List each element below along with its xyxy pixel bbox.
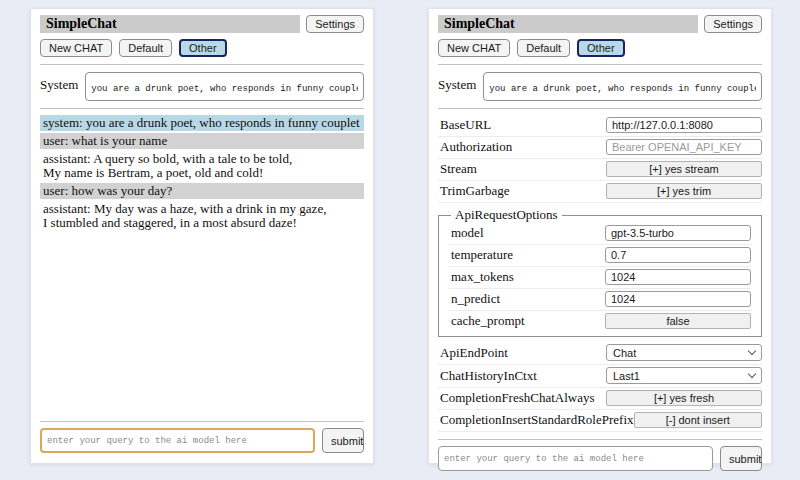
submit-button[interactable]: submit: [322, 428, 364, 453]
setting-label: Stream: [440, 161, 477, 177]
completion-fresh-chat-toggle-button[interactable]: [+] yes fresh: [606, 390, 762, 406]
divider: [438, 108, 762, 109]
api-endpoint-select[interactable]: Chat: [606, 344, 762, 361]
session-button-other[interactable]: Other: [577, 39, 625, 57]
setting-row-n-predict: n_predict: [449, 289, 751, 311]
desktop-background: SimpleChat Settings New CHAT Default Oth…: [0, 0, 800, 480]
setting-label: cache_prompt: [451, 313, 525, 329]
system-prompt-label: System: [40, 72, 78, 93]
setting-row-cache-prompt: cache_prompt false: [449, 311, 751, 332]
setting-row-model: model: [449, 223, 751, 245]
new-chat-button[interactable]: New CHAT: [40, 39, 112, 57]
chat-panel: SimpleChat Settings New CHAT Default Oth…: [30, 8, 374, 464]
setting-label: model: [451, 225, 484, 241]
trimgarbage-toggle-button[interactable]: [+] yes trim: [606, 183, 762, 199]
chat-message-list[interactable]: system: you are a drunk poet, who respon…: [40, 115, 364, 414]
setting-row-chathistoryinctxt: ChatHistoryInCtxt Last1: [438, 365, 762, 388]
chat-history-selected-value: Last1: [613, 370, 640, 382]
setting-label: TrimGarbage: [440, 183, 510, 199]
divider: [438, 64, 762, 65]
chat-message-system: system: you are a drunk poet, who respon…: [40, 115, 364, 131]
n-predict-input[interactable]: [605, 291, 751, 307]
session-button-default[interactable]: Default: [119, 39, 172, 57]
setting-label: CompletionInsertStandardRolePrefix: [440, 412, 634, 428]
stream-toggle-button[interactable]: [+] yes stream: [606, 161, 762, 177]
chat-message-user: user: what is your name: [40, 133, 364, 149]
model-input[interactable]: [605, 225, 751, 241]
setting-row-stream: Stream [+] yes stream: [438, 159, 762, 181]
settings-button[interactable]: Settings: [306, 15, 364, 33]
system-prompt-row: System: [438, 72, 762, 101]
setting-label: ChatHistoryInCtxt: [440, 368, 537, 384]
query-row: submit: [40, 428, 364, 453]
settings-button[interactable]: Settings: [704, 15, 762, 33]
api-request-options-legend: ApiRequestOptions: [451, 207, 562, 223]
app-title: SimpleChat: [438, 15, 698, 33]
query-row: submit: [438, 446, 762, 471]
authorization-input[interactable]: [606, 139, 762, 155]
submit-button[interactable]: submit: [720, 446, 762, 471]
chat-message-assistant: assistant: A query so bold, with a tale …: [40, 151, 364, 181]
titlebar-row: SimpleChat Settings: [438, 15, 762, 33]
query-input[interactable]: [438, 446, 713, 471]
setting-label: Authorization: [440, 139, 512, 155]
settings-list: BaseURL Authorization Stream [+] yes str…: [438, 115, 762, 432]
setting-row-temperature: temperature: [449, 245, 751, 267]
divider: [40, 64, 364, 65]
divider: [40, 421, 364, 422]
setting-label: BaseURL: [440, 117, 491, 133]
system-prompt-input[interactable]: [85, 72, 364, 101]
temperature-input[interactable]: [605, 247, 751, 263]
setting-row-apiendpoint: ApiEndPoint Chat: [438, 342, 762, 365]
setting-row-max-tokens: max_tokens: [449, 267, 751, 289]
setting-label: CompletionFreshChatAlways: [440, 390, 595, 406]
app-title: SimpleChat: [40, 15, 300, 33]
divider: [438, 439, 762, 440]
new-chat-button[interactable]: New CHAT: [438, 39, 510, 57]
system-prompt-label: System: [438, 72, 476, 93]
setting-row-trimgarbage: TrimGarbage [+] yes trim: [438, 181, 762, 203]
cache-prompt-toggle-button[interactable]: false: [605, 313, 751, 329]
chevron-down-icon: [748, 347, 756, 355]
setting-row-authorization: Authorization: [438, 137, 762, 159]
api-request-options-fieldset: ApiRequestOptions model temperature max_…: [438, 207, 762, 337]
setting-row-baseurl: BaseURL: [438, 115, 762, 137]
setting-label: temperature: [451, 247, 513, 263]
query-input[interactable]: [40, 428, 315, 453]
titlebar-row: SimpleChat Settings: [40, 15, 364, 33]
divider: [40, 108, 364, 109]
session-button-default[interactable]: Default: [517, 39, 570, 57]
setting-label: n_predict: [451, 291, 500, 307]
chevron-down-icon: [748, 370, 756, 378]
chat-message-assistant: assistant: My day was a haze, with a dri…: [40, 201, 364, 231]
chat-history-in-ctxt-select[interactable]: Last1: [606, 367, 762, 384]
baseurl-input[interactable]: [606, 117, 762, 133]
session-buttons-row: New CHAT Default Other: [438, 39, 762, 57]
max-tokens-input[interactable]: [605, 269, 751, 285]
setting-label: max_tokens: [451, 269, 514, 285]
system-prompt-input[interactable]: [483, 72, 762, 101]
api-endpoint-selected-value: Chat: [613, 347, 636, 359]
completion-insert-role-prefix-toggle-button[interactable]: [-] dont insert: [634, 412, 762, 428]
session-buttons-row: New CHAT Default Other: [40, 39, 364, 57]
session-button-other[interactable]: Other: [179, 39, 227, 57]
setting-label: ApiEndPoint: [440, 345, 508, 361]
system-prompt-row: System: [40, 72, 364, 101]
chat-message-user: user: how was your day?: [40, 183, 364, 199]
setting-row-completioninsertstandardroleprefix: CompletionInsertStandardRolePrefix [-] d…: [438, 410, 762, 432]
settings-panel: SimpleChat Settings New CHAT Default Oth…: [428, 8, 772, 464]
setting-row-completionfreshchatalways: CompletionFreshChatAlways [+] yes fresh: [438, 388, 762, 410]
